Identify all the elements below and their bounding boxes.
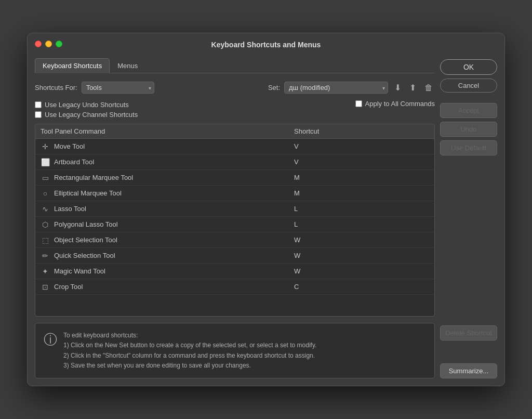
- table-row[interactable]: ⬡ Polygonal Lasso Tool L: [35, 217, 434, 232]
- tool-name: Move Tool: [54, 142, 85, 150]
- dialog-body: Keyboard Shortcuts Menus Shortcuts For: …: [28, 53, 504, 386]
- tool-name: Artboard Tool: [54, 158, 94, 166]
- tool-shortcut-cell[interactable]: W: [294, 252, 429, 259]
- tool-icon: ○: [41, 189, 50, 198]
- top-controls: Shortcuts For: Tools Application Menus P…: [35, 80, 435, 96]
- apply-label: Apply to All Commands: [365, 100, 435, 108]
- title-bar: Keyboard Shortcuts and Menus: [28, 33, 504, 53]
- tool-shortcut-cell[interactable]: W: [294, 236, 429, 244]
- apply-row: Apply to All Commands: [355, 100, 435, 108]
- tool-name: Quick Selection Tool: [54, 252, 115, 259]
- tool-name: Crop Tool: [54, 283, 83, 291]
- info-step-3: 3) Save the set when you are done editin…: [63, 362, 251, 369]
- tool-command-cell: ⬜ Artboard Tool: [41, 158, 294, 166]
- legacy-channel-checkbox[interactable]: [35, 111, 42, 118]
- right-panel: OK Cancel Accept Undo Use Default Delete…: [440, 58, 497, 378]
- tool-command-cell: ○ Elliptical Marquee Tool: [41, 189, 294, 198]
- accept-button[interactable]: Accept: [440, 103, 497, 118]
- col-shortcut-header: Shortcut: [294, 127, 429, 135]
- shortcuts-for-label: Shortcuts For:: [35, 84, 77, 91]
- tool-shortcut-cell[interactable]: W: [294, 267, 429, 275]
- table-row[interactable]: ⬜ Artboard Tool V: [35, 154, 434, 170]
- traffic-lights: [35, 41, 62, 47]
- left-panel: Keyboard Shortcuts Menus Shortcuts For: …: [35, 58, 435, 378]
- tab-bar: Keyboard Shortcuts Menus: [35, 58, 435, 73]
- shortcuts-table: Tool Panel Command Shortcut ✛ Move Tool …: [35, 124, 435, 317]
- undo-button[interactable]: Undo: [440, 122, 497, 137]
- dialog-window: Keyboard Shortcuts and Menus Keyboard Sh…: [27, 33, 505, 386]
- table-header: Tool Panel Command Shortcut: [35, 124, 434, 139]
- set-label: Set:: [268, 84, 280, 91]
- info-text: To edit keyboard shortcuts: 1) Click on …: [63, 331, 316, 371]
- tool-shortcut-cell[interactable]: V: [294, 142, 429, 150]
- save-set-button[interactable]: ⬇: [392, 82, 403, 94]
- shortcuts-for-dropdown[interactable]: Tools Application Menus Panel Menus: [82, 82, 154, 94]
- legacy-undo-checkbox[interactable]: [35, 101, 42, 108]
- legacy-channel-row: Use Legacy Channel Shortcuts: [35, 111, 138, 119]
- cancel-button[interactable]: Cancel: [440, 78, 497, 93]
- delete-set-button[interactable]: 🗑: [422, 82, 435, 94]
- checkboxes: Use Legacy Undo Shortcuts Use Legacy Cha…: [35, 100, 138, 120]
- tool-name: Elliptical Marquee Tool: [54, 189, 122, 197]
- info-step-1: 1) Click on the New Set button to create…: [63, 342, 316, 349]
- new-set-button[interactable]: ⬆: [407, 82, 418, 94]
- dialog-title: Keyboard Shortcuts and Menus: [211, 41, 321, 49]
- table-body[interactable]: ✛ Move Tool V ⬜ Artboard Tool V ▭ Rectan…: [35, 139, 434, 316]
- table-row[interactable]: ✏ Quick Selection Tool W: [35, 248, 434, 264]
- legacy-undo-row: Use Legacy Undo Shortcuts: [35, 101, 138, 109]
- maximize-button[interactable]: [56, 41, 62, 47]
- tool-shortcut-cell[interactable]: L: [294, 205, 429, 213]
- tool-shortcut-cell[interactable]: C: [294, 283, 429, 291]
- tool-name: Polygonal Lasso Tool: [54, 220, 118, 228]
- table-row[interactable]: ○ Elliptical Marquee Tool M: [35, 186, 434, 201]
- tool-icon: ⬡: [41, 220, 50, 229]
- tool-icon: ▭: [41, 174, 50, 182]
- col-command-header: Tool Panel Command: [41, 127, 294, 135]
- tool-command-cell: ▭ Rectangular Marquee Tool: [41, 174, 294, 182]
- table-row[interactable]: ∿ Lasso Tool L: [35, 201, 434, 217]
- tool-name: Object Selection Tool: [54, 236, 117, 244]
- table-row[interactable]: ⊡ Crop Tool C: [35, 279, 434, 295]
- tool-icon: ⬜: [41, 158, 50, 166]
- delete-shortcut-button[interactable]: Delete Shortcut: [440, 325, 497, 341]
- info-title: To edit keyboard shortcuts:: [63, 332, 138, 339]
- ok-button[interactable]: OK: [440, 59, 497, 75]
- tool-command-cell: ⊡ Crop Tool: [41, 283, 294, 291]
- tool-icon: ✛: [41, 142, 50, 151]
- tool-icon: ∿: [41, 205, 50, 213]
- tool-icon: ✦: [41, 267, 50, 276]
- set-dropdown-wrapper: дш (modified) ▾: [284, 82, 388, 94]
- set-row: Set: дш (modified) ▾ ⬇ ⬆ 🗑: [268, 82, 435, 94]
- tab-keyboard-shortcuts[interactable]: Keyboard Shortcuts: [35, 58, 110, 73]
- shortcuts-for-row: Shortcuts For: Tools Application Menus P…: [35, 80, 154, 96]
- minimize-button[interactable]: [45, 41, 52, 47]
- tool-command-cell: ∿ Lasso Tool: [41, 205, 294, 213]
- info-step-2: 2) Click in the "Shortcut" column for a …: [63, 352, 315, 359]
- tool-shortcut-cell[interactable]: M: [294, 189, 429, 197]
- use-default-button[interactable]: Use Default: [440, 140, 497, 155]
- tool-name: Rectangular Marquee Tool: [54, 174, 133, 181]
- tool-icon: ⊡: [41, 283, 50, 291]
- tool-shortcut-cell[interactable]: V: [294, 158, 429, 166]
- tool-command-cell: ⬡ Polygonal Lasso Tool: [41, 220, 294, 229]
- tool-icon: ✏: [41, 252, 50, 260]
- info-box: ⓘ To edit keyboard shortcuts: 1) Click o…: [35, 323, 435, 378]
- table-row[interactable]: ✦ Magic Wand Tool W: [35, 264, 434, 279]
- table-row[interactable]: ▭ Rectangular Marquee Tool M: [35, 170, 434, 186]
- tool-name: Magic Wand Tool: [54, 267, 105, 275]
- table-row[interactable]: ✛ Move Tool V: [35, 139, 434, 154]
- apply-checkbox[interactable]: [355, 100, 362, 107]
- tool-name: Lasso Tool: [54, 205, 86, 213]
- shortcuts-for-dropdown-wrapper: Tools Application Menus Panel Menus ▾: [82, 82, 154, 94]
- tool-command-cell: ✦ Magic Wand Tool: [41, 267, 294, 276]
- tool-shortcut-cell[interactable]: M: [294, 174, 429, 181]
- table-row[interactable]: ⬚ Object Selection Tool W: [35, 232, 434, 248]
- tool-shortcut-cell[interactable]: L: [294, 220, 429, 228]
- close-button[interactable]: [35, 41, 42, 47]
- tool-command-cell: ✛ Move Tool: [41, 142, 294, 151]
- info-icon: ⓘ: [44, 331, 57, 371]
- tab-menus[interactable]: Menus: [110, 58, 145, 73]
- summarize-button[interactable]: Summarize...: [440, 363, 497, 378]
- set-dropdown[interactable]: дш (modified): [284, 82, 388, 94]
- legacy-channel-label: Use Legacy Channel Shortcuts: [45, 111, 138, 119]
